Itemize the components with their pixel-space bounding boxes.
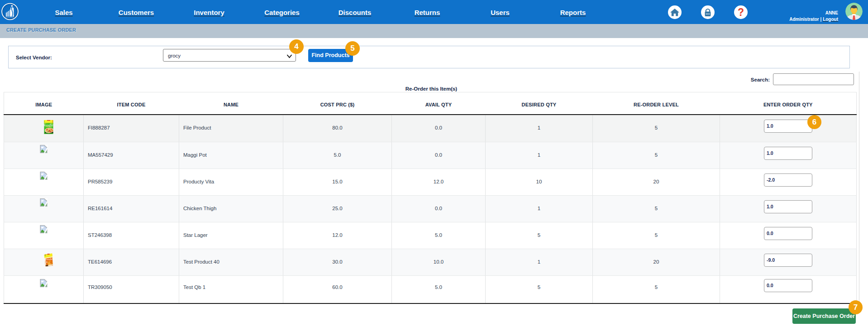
svg-text:?: ? [738,6,744,18]
